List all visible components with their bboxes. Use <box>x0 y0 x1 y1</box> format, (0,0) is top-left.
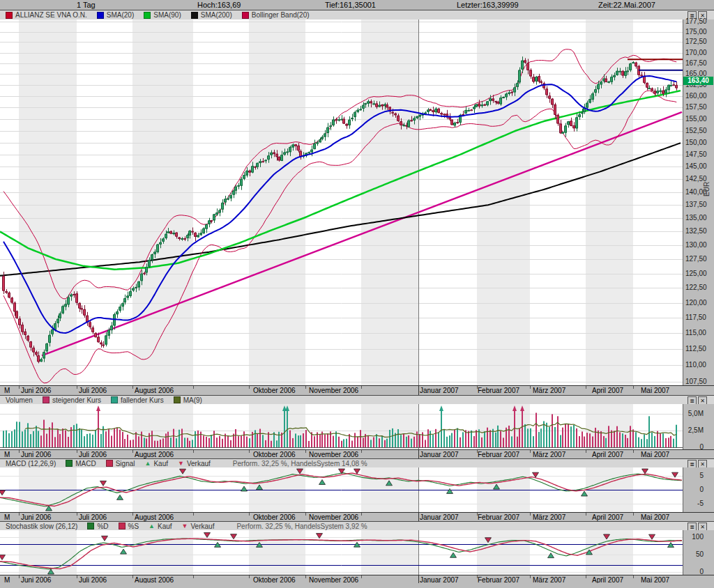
month-tick <box>586 386 586 389</box>
price-chart-canvas[interactable] <box>0 20 683 385</box>
stoch-legend-marker <box>119 523 126 529</box>
month-tick <box>305 450 306 453</box>
month-tick <box>249 386 250 389</box>
axis-tick-label: 0 <box>699 486 704 493</box>
macd-legend-item: ▼Verkauf <box>178 460 211 467</box>
month-label: Januar 2007 <box>420 387 459 394</box>
volume-legend-bar: Volumensteigender Kursfallender KursMA(9… <box>0 395 714 404</box>
macd-legend-marker <box>66 460 73 467</box>
month-label: M <box>4 387 10 394</box>
month-label: Mai 2007 <box>641 451 669 458</box>
month-tick <box>132 450 133 453</box>
month-tick <box>530 450 531 453</box>
month-tick <box>132 513 133 516</box>
month-tick <box>477 513 478 516</box>
month-tick <box>193 513 194 516</box>
month-label: November 2006 <box>309 513 358 521</box>
month-tick <box>633 575 634 578</box>
axis-tick-label: 137,50 <box>685 201 707 208</box>
month-label: M <box>4 451 10 458</box>
volume-chart-canvas[interactable] <box>0 404 683 449</box>
month-tick <box>249 450 250 453</box>
volume-xaxis-strip: MJuni 2006Juli 2006August 2006Oktober 20… <box>0 449 714 458</box>
axis-tick-label: 120,00 <box>685 299 707 307</box>
price-legend-label: SMA(90) <box>153 11 181 19</box>
price-legend-marker <box>97 12 104 19</box>
month-label: April 2007 <box>592 387 623 394</box>
price-legend-label: ALLIANZ SE VNA O.N. <box>15 11 87 19</box>
macd-legend-bar: MACD (12,26,9)MACDSignal▲Kauf▼VerkaufPer… <box>0 458 714 467</box>
month-label: Februar 2007 <box>478 387 519 394</box>
month-tick <box>19 450 20 453</box>
volume-legend-marker <box>43 396 50 403</box>
axis-tick-label: 160,00 <box>685 92 707 100</box>
bottom-filler <box>0 583 714 588</box>
month-tick <box>77 386 77 389</box>
month-tick <box>477 386 478 389</box>
month-label: Juni 2006 <box>21 513 51 521</box>
macd-legend-label: Verkauf <box>187 460 211 467</box>
volume-legend-marker <box>174 396 181 403</box>
macd-chart-canvas[interactable] <box>0 467 683 512</box>
axis-tick-label: 107,50 <box>685 378 707 385</box>
stoch-legend-item: ▲Kauf <box>149 523 172 530</box>
axis-tick-label: 172,50 <box>685 38 707 45</box>
charting-app: { "header": { "timeframe": "1 Tag", "hoc… <box>0 0 714 588</box>
price-legend-marker <box>6 12 13 19</box>
macd-legend-item: MACD <box>66 460 96 467</box>
price-legend-marker <box>144 12 151 19</box>
stoch-legend-item: ▼Verkauf <box>182 523 215 530</box>
month-label: Juni 2006 <box>21 387 51 394</box>
month-label: März 2007 <box>533 387 565 394</box>
month-tick <box>530 513 531 516</box>
macd-legend-label: Signal <box>116 460 135 467</box>
stoch-legend-label: Kauf <box>158 523 172 530</box>
axis-tick-label: 130,00 <box>685 241 707 249</box>
month-tick <box>305 513 306 516</box>
low-value: Tief:161,35001 <box>325 0 376 10</box>
month-tick <box>305 386 306 389</box>
year-divider <box>418 513 419 521</box>
volume-legend-label: fallender Kurs <box>121 396 164 404</box>
axis-tick-label: 5,0M <box>688 410 704 417</box>
month-label: November 2006 <box>309 387 358 394</box>
price-legend-label: SMA(200) <box>201 11 232 19</box>
month-label: März 2007 <box>533 451 565 458</box>
volume-legend-item: MA(9) <box>174 396 202 404</box>
month-tick <box>305 575 306 578</box>
month-tick <box>477 450 478 453</box>
price-legend-marker <box>242 12 249 19</box>
month-label: August 2006 <box>135 513 174 521</box>
month-tick <box>361 450 362 453</box>
axis-tick-label: 132,50 <box>685 227 707 235</box>
month-tick <box>193 386 194 389</box>
stoch-legend-marker: ▼ <box>182 523 188 529</box>
axis-tick-label: 175,00 <box>685 28 707 36</box>
stoch-chart-canvas[interactable] <box>0 530 683 575</box>
month-tick <box>19 575 20 578</box>
month-tick <box>249 513 250 516</box>
high-value: Hoch:163,69 <box>197 0 241 10</box>
stoch-legend-title: Stochastik slow (26,12) <box>6 523 77 530</box>
month-label: Februar 2007 <box>478 451 519 458</box>
stoch-legend-label: %D <box>97 523 108 530</box>
month-label: Juli 2006 <box>79 513 107 521</box>
month-label: März 2007 <box>533 513 565 521</box>
month-tick <box>77 575 77 578</box>
axis-tick-label: 177,50 <box>685 17 707 25</box>
month-label: Januar 2007 <box>420 451 459 458</box>
month-tick <box>132 575 133 578</box>
month-label: Juli 2006 <box>79 387 107 394</box>
month-label: Februar 2007 <box>478 513 519 521</box>
month-label: Oktober 2006 <box>253 513 296 521</box>
month-tick <box>361 513 362 516</box>
month-tick <box>477 575 478 578</box>
macd-legend-label: MACD <box>75 460 96 467</box>
price-legend-label: Bollinger Band(20) <box>252 11 310 19</box>
month-label: Mai 2007 <box>641 513 669 521</box>
month-tick <box>19 513 20 516</box>
axis-tick-label: 170,00 <box>685 49 707 56</box>
month-tick <box>249 575 250 578</box>
axis-tick-label: 122,50 <box>685 284 707 291</box>
axis-tick-label: 155,00 <box>685 115 707 123</box>
